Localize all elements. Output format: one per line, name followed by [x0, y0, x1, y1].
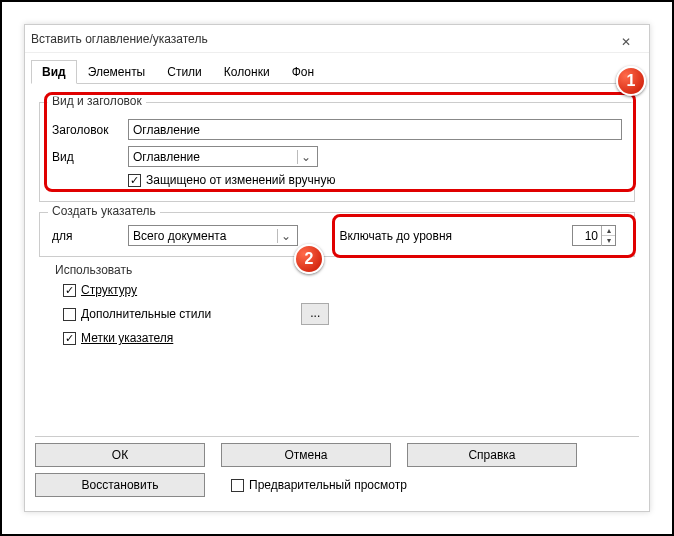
restore-button[interactable]: Восстановить [35, 473, 205, 497]
tab-elements[interactable]: Элементы [77, 60, 157, 84]
label-type: Вид [52, 150, 128, 164]
protect-checkbox[interactable] [128, 174, 141, 187]
tab-columns[interactable]: Колонки [213, 60, 281, 84]
legend-use: Использовать [51, 263, 623, 277]
for-select-value: Всего документа [133, 229, 226, 243]
preview-checkbox[interactable] [231, 479, 244, 492]
dialog-content: Вид и заголовок Заголовок Вид Оглавление… [25, 84, 649, 377]
label-title: Заголовок [52, 123, 128, 137]
fieldset-create-index: Создать указатель для Всего документа ⌄ … [39, 212, 635, 257]
button-bar: ОК Отмена Справка Восстановить Предварит… [31, 436, 643, 503]
spinner-arrows[interactable]: ▴ ▾ [601, 226, 615, 246]
chevron-down-icon: ⌄ [297, 150, 313, 164]
dialog-window: Вставить оглавление/указатель ✕ Вид Элем… [24, 24, 650, 512]
marks-checkbox[interactable] [63, 332, 76, 345]
window-title: Вставить оглавление/указатель [31, 25, 208, 53]
tab-background[interactable]: Фон [281, 60, 325, 84]
tab-styles[interactable]: Стили [156, 60, 213, 84]
addstyles-label: Дополнительные стили [81, 307, 211, 321]
titlebar: Вставить оглавление/указатель ✕ [25, 25, 649, 53]
structure-checkbox[interactable] [63, 284, 76, 297]
tab-strip: Вид Элементы Стили Колонки Фон [31, 59, 643, 84]
level-input[interactable] [573, 228, 601, 244]
close-icon[interactable]: ✕ [609, 28, 643, 50]
ok-button[interactable]: ОК [35, 443, 205, 467]
chevron-down-icon: ⌄ [277, 229, 293, 243]
fieldset-title: Вид и заголовок Заголовок Вид Оглавление… [39, 102, 635, 202]
legend-create-index: Создать указатель [48, 204, 160, 218]
title-input[interactable] [128, 119, 622, 140]
chevron-down-icon[interactable]: ▾ [602, 236, 615, 246]
type-select[interactable]: Оглавление ⌄ [128, 146, 318, 167]
cancel-button[interactable]: Отмена [221, 443, 391, 467]
structure-label: Структуру [81, 283, 137, 297]
level-spinner[interactable]: ▴ ▾ [572, 225, 616, 246]
tab-view[interactable]: Вид [31, 60, 77, 84]
screenshot-frame: Вставить оглавление/указатель ✕ Вид Элем… [0, 0, 674, 536]
chevron-up-icon[interactable]: ▴ [602, 226, 615, 236]
label-level: Включать до уровня [339, 229, 452, 243]
marks-label: Метки указателя [81, 331, 173, 345]
legend-title: Вид и заголовок [48, 94, 146, 108]
for-select[interactable]: Всего документа ⌄ [128, 225, 298, 246]
addstyles-checkbox[interactable] [63, 308, 76, 321]
preview-label: Предварительный просмотр [249, 478, 407, 492]
addstyles-button[interactable]: ... [301, 303, 329, 325]
fieldset-use: Использовать Структуру Дополнительные ст… [39, 263, 635, 359]
label-for: для [52, 229, 128, 243]
protect-label: Защищено от изменений вручную [146, 173, 335, 187]
type-select-value: Оглавление [133, 150, 200, 164]
help-button[interactable]: Справка [407, 443, 577, 467]
